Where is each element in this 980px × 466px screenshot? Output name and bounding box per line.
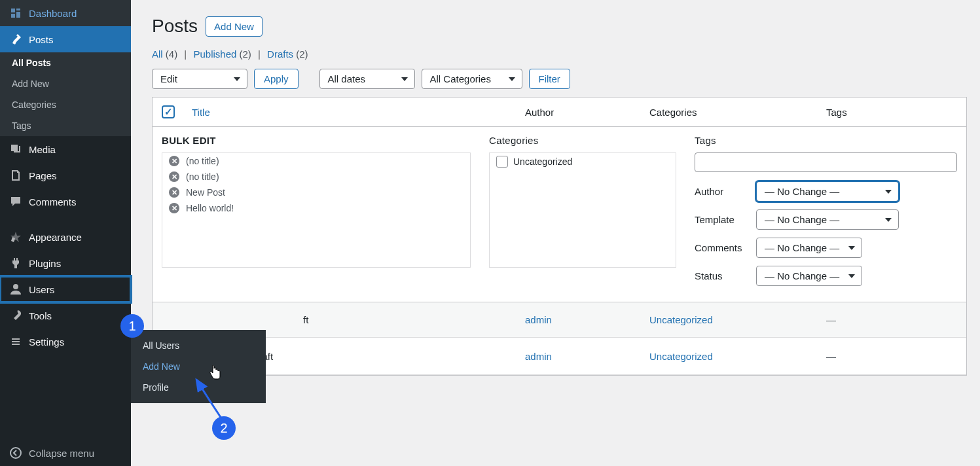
comments-label: Comments xyxy=(695,242,756,253)
comments-icon xyxy=(9,195,22,208)
svg-point-1 xyxy=(10,448,21,458)
col-categories: Categories xyxy=(649,107,826,118)
cursor-pointer-icon xyxy=(208,365,221,383)
add-new-button[interactable]: Add New xyxy=(206,16,263,37)
col-tags: Tags xyxy=(826,107,957,118)
bulk-cats-list[interactable]: Uncategorized xyxy=(489,152,676,268)
submenu-tags[interactable]: Tags xyxy=(0,115,131,136)
sidebar-label: Comments xyxy=(29,196,77,207)
submenu-all-posts[interactable]: All Posts xyxy=(0,52,131,73)
sidebar-label: Posts xyxy=(29,34,54,45)
appearance-icon xyxy=(9,230,22,243)
bulk-edit-panel: BULK EDIT ✕(no title) ✕(no title) ✕New P… xyxy=(153,127,966,302)
annotation-badge-1: 1 xyxy=(120,314,144,338)
flyout-add-new[interactable]: Add New xyxy=(131,356,266,377)
collapse-menu[interactable]: Collapse menu xyxy=(0,440,131,466)
template-select[interactable]: — No Change — xyxy=(756,209,899,230)
sidebar-label: Media xyxy=(29,144,56,155)
author-select[interactable]: — No Change — xyxy=(756,181,899,202)
bulk-cats-label: Categories xyxy=(489,135,676,146)
select-all-checkbox[interactable] xyxy=(162,105,175,118)
sidebar-item-appearance[interactable]: Appearance xyxy=(0,224,131,250)
bulk-edit-legend: BULK EDIT xyxy=(162,135,471,146)
sidebar-item-users[interactable]: Users xyxy=(0,276,131,302)
tags-cell: — xyxy=(826,351,957,362)
sidebar-label: Users xyxy=(29,284,54,295)
category-select[interactable]: All Categories xyxy=(422,69,522,89)
tools-icon xyxy=(9,309,22,322)
col-title[interactable]: Title xyxy=(192,107,525,118)
remove-icon[interactable]: ✕ xyxy=(169,203,179,213)
filter-button[interactable]: Filter xyxy=(529,69,570,89)
sidebar-label: Tools xyxy=(29,310,52,321)
dashboard-icon xyxy=(9,7,22,20)
author-label: Author xyxy=(695,186,756,197)
remove-icon[interactable]: ✕ xyxy=(169,156,179,166)
bulk-title-item: ✕Hello world! xyxy=(162,200,470,216)
cat-checkbox[interactable] xyxy=(496,156,508,168)
sidebar-label: Dashboard xyxy=(29,8,77,19)
bulk-titles-list[interactable]: ✕(no title) ✕(no title) ✕New Post ✕Hello… xyxy=(162,152,471,268)
annotation-badge-2: 2 xyxy=(212,416,236,440)
category-link[interactable]: Uncategorized xyxy=(649,351,713,362)
sidebar-item-media[interactable]: Media xyxy=(0,136,131,162)
author-link[interactable]: admin xyxy=(525,314,552,325)
remove-icon[interactable]: ✕ xyxy=(169,187,179,198)
table-row: (no t— Draft admin Uncategorized — xyxy=(153,338,966,375)
sidebar-item-pages[interactable]: Pages xyxy=(0,162,131,188)
media-icon xyxy=(9,143,22,156)
sidebar-item-dashboard[interactable]: Dashboard xyxy=(0,0,131,26)
submenu-categories[interactable]: Categories xyxy=(0,94,131,115)
collapse-icon xyxy=(9,446,22,459)
status-label: Status xyxy=(695,270,756,281)
tags-cell: — xyxy=(826,314,957,325)
sidebar-item-settings[interactable]: Settings xyxy=(0,329,131,355)
sidebar-label: Appearance xyxy=(29,232,82,243)
filter-published[interactable]: Published xyxy=(193,48,236,60)
apply-button[interactable]: Apply xyxy=(254,69,299,89)
cat-option: Uncategorized xyxy=(490,153,676,170)
sidebar-item-posts[interactable]: Posts xyxy=(0,26,131,52)
col-author: Author xyxy=(525,107,649,118)
posts-table: Title Author Categories Tags BULK EDIT ✕… xyxy=(152,97,967,376)
filter-all[interactable]: All xyxy=(152,48,163,60)
submenu-add-new[interactable]: Add New xyxy=(0,73,131,94)
dates-select[interactable]: All dates xyxy=(319,69,415,89)
bulk-tags-label: Tags xyxy=(695,135,957,146)
pages-icon xyxy=(9,169,22,182)
bulk-action-select[interactable]: Edit xyxy=(152,69,247,89)
sidebar-item-comments[interactable]: Comments xyxy=(0,188,131,215)
sidebar-label: Settings xyxy=(29,336,64,348)
remove-icon[interactable]: ✕ xyxy=(169,171,179,182)
table-row: ft admin Uncategorized — xyxy=(153,302,966,338)
sidebar-item-plugins[interactable]: Plugins xyxy=(0,250,131,276)
status-select[interactable]: — No Change — xyxy=(756,266,862,286)
bulk-title-item: ✕(no title) xyxy=(162,153,470,169)
sidebar-label: Plugins xyxy=(29,258,61,269)
bulk-title-item: ✕New Post xyxy=(162,185,470,200)
users-flyout-menu: All Users Add New Profile xyxy=(131,330,266,403)
comments-select[interactable]: — No Change — xyxy=(756,238,862,258)
filter-drafts[interactable]: Drafts xyxy=(267,48,293,60)
tags-input[interactable] xyxy=(695,152,957,172)
svg-point-0 xyxy=(13,284,18,289)
author-link[interactable]: admin xyxy=(525,351,552,362)
bulk-title-item: ✕(no title) xyxy=(162,169,470,185)
status-filters: All (4) | Published (2) | Drafts (2) xyxy=(152,48,967,60)
collapse-label: Collapse menu xyxy=(29,448,94,459)
sidebar-label: Pages xyxy=(29,170,57,181)
template-label: Template xyxy=(695,214,756,225)
sidebar-item-tools[interactable]: Tools xyxy=(0,302,131,329)
posts-submenu: All Posts Add New Categories Tags xyxy=(0,52,131,136)
users-icon xyxy=(9,283,22,296)
admin-sidebar: Dashboard Posts All Posts Add New Catego… xyxy=(0,0,131,466)
plugins-icon xyxy=(9,257,22,270)
flyout-profile[interactable]: Profile xyxy=(131,377,266,398)
settings-icon xyxy=(9,335,22,348)
category-link[interactable]: Uncategorized xyxy=(649,314,713,325)
flyout-all-users[interactable]: All Users xyxy=(131,335,266,356)
page-title: Posts xyxy=(152,16,198,37)
pin-icon xyxy=(9,33,22,46)
